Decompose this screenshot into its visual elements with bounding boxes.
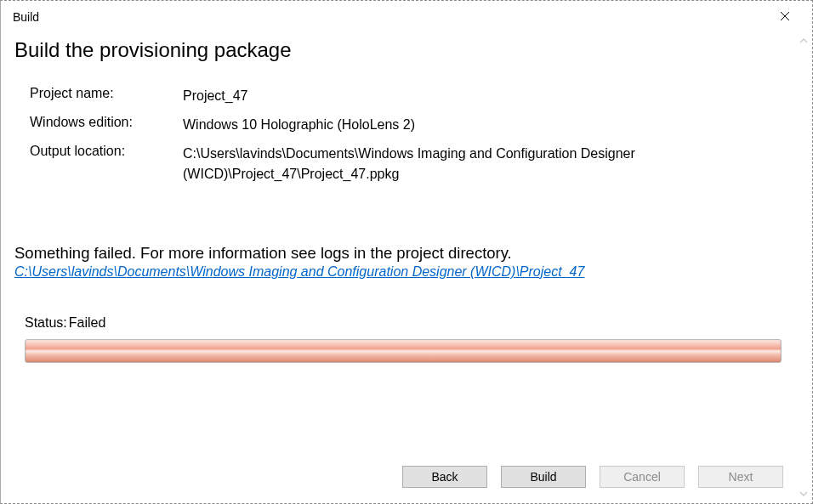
close-icon[interactable] [768, 5, 802, 29]
titlebar: Build [1, 1, 812, 31]
error-section: Something failed. For more information s… [14, 244, 792, 280]
back-button[interactable]: Back [402, 466, 487, 488]
cancel-button: Cancel [600, 466, 685, 488]
window-title: Build [13, 10, 39, 24]
row-project-name: Project name: Project_47 [30, 86, 792, 106]
status-value: Failed [69, 315, 106, 331]
row-windows-edition: Windows edition: Windows 10 Holographic … [30, 115, 792, 135]
next-button: Next [698, 466, 783, 488]
content-area: Build the provisioning package Project n… [1, 31, 812, 503]
status-row: Status: Failed [25, 315, 792, 331]
status-label: Status: [25, 315, 67, 331]
page-title: Build the provisioning package [14, 38, 792, 62]
dialog-window: Build Build the provisioning package Pro… [0, 0, 813, 504]
error-message: Something failed. For more information s… [14, 244, 792, 263]
output-location-value: C:\Users\lavinds\Documents\Windows Imagi… [183, 144, 792, 184]
error-log-link[interactable]: C:\Users\lavinds\Documents\Windows Imagi… [14, 264, 584, 279]
windows-edition-label: Windows edition: [30, 115, 183, 135]
output-location-label: Output location: [30, 144, 183, 184]
row-output-location: Output location: C:\Users\lavinds\Docume… [30, 144, 792, 184]
project-name-label: Project name: [30, 86, 183, 106]
progress-bar [25, 339, 782, 363]
project-name-value: Project_47 [183, 86, 792, 106]
windows-edition-value: Windows 10 Holographic (HoloLens 2) [183, 115, 792, 135]
build-button[interactable]: Build [501, 466, 586, 488]
info-table: Project name: Project_47 Windows edition… [30, 86, 792, 184]
button-row: Back Build Cancel Next [402, 466, 783, 488]
